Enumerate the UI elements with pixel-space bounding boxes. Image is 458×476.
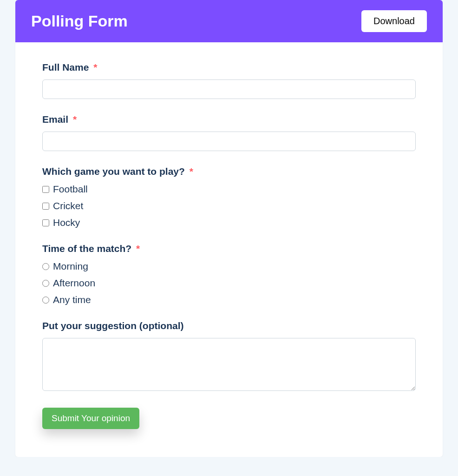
form-body: Full Name * Email * Which game you want … xyxy=(15,42,443,457)
field-time: Time of the match? * Morning Afternoon A… xyxy=(42,243,416,305)
required-mark: * xyxy=(93,62,97,73)
time-option-anytime[interactable]: Any time xyxy=(42,294,416,305)
form-title: Polling Form xyxy=(31,12,128,30)
option-label: Any time xyxy=(53,294,91,305)
required-mark: * xyxy=(73,114,77,125)
required-mark: * xyxy=(136,243,140,254)
field-suggestion: Put your suggestion (optional) xyxy=(42,320,416,393)
full-name-input[interactable] xyxy=(42,79,416,99)
game-label: Which game you want to play? * xyxy=(42,166,416,177)
suggestion-textarea[interactable] xyxy=(42,338,416,391)
form-header: Polling Form Download xyxy=(15,0,443,42)
required-mark: * xyxy=(190,166,193,177)
game-option-cricket[interactable]: Cricket xyxy=(42,200,416,212)
game-option-football[interactable]: Football xyxy=(42,184,416,195)
time-label: Time of the match? * xyxy=(42,243,416,254)
full-name-label: Full Name * xyxy=(42,62,416,73)
time-options: Morning Afternoon Any time xyxy=(42,261,416,305)
label-text: Put your suggestion (optional) xyxy=(42,320,183,331)
label-text: Time of the match? xyxy=(42,243,131,254)
field-email: Email * xyxy=(42,114,416,151)
option-label: Cricket xyxy=(53,200,83,212)
download-button[interactable]: Download xyxy=(361,10,427,32)
checkbox-hocky[interactable] xyxy=(42,219,49,226)
radio-morning[interactable] xyxy=(42,263,49,270)
form-card: Polling Form Download Full Name * Email … xyxy=(15,0,443,457)
suggestion-label: Put your suggestion (optional) xyxy=(42,320,416,331)
label-text: Which game you want to play? xyxy=(42,166,185,177)
checkbox-football[interactable] xyxy=(42,186,49,193)
option-label: Football xyxy=(53,184,88,195)
submit-button[interactable]: Submit Your opinion xyxy=(42,408,139,429)
option-label: Morning xyxy=(53,261,88,272)
email-label: Email * xyxy=(42,114,416,125)
radio-anytime[interactable] xyxy=(42,297,49,304)
time-option-afternoon[interactable]: Afternoon xyxy=(42,278,416,289)
game-option-hocky[interactable]: Hocky xyxy=(42,217,416,228)
option-label: Afternoon xyxy=(53,278,95,289)
field-game: Which game you want to play? * Football … xyxy=(42,166,416,228)
email-input[interactable] xyxy=(42,132,416,151)
checkbox-cricket[interactable] xyxy=(42,203,49,210)
game-options: Football Cricket Hocky xyxy=(42,184,416,228)
option-label: Hocky xyxy=(53,217,80,228)
radio-afternoon[interactable] xyxy=(42,280,49,287)
label-text: Full Name xyxy=(42,62,89,73)
field-full-name: Full Name * xyxy=(42,62,416,99)
time-option-morning[interactable]: Morning xyxy=(42,261,416,272)
label-text: Email xyxy=(42,114,68,125)
